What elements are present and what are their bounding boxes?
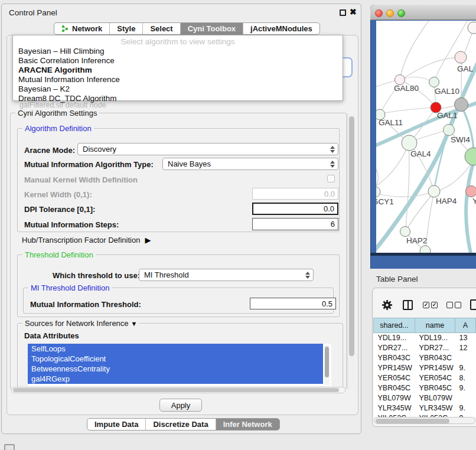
table-row[interactable]: YLR345WYLR345W9. (374, 403, 476, 413)
scrollbar-thumb[interactable] (349, 116, 354, 356)
close-icon[interactable]: ✖ (350, 7, 357, 17)
panel-horizontal-scrollbar[interactable] (11, 387, 345, 393)
mac-close-icon[interactable] (375, 9, 383, 17)
which-threshold-select[interactable]: MI Threshold (139, 269, 314, 281)
column-header[interactable]: shared... (374, 318, 415, 333)
data-attributes-label: Data Attributes (24, 331, 79, 340)
attribute-item[interactable]: BetweennessCentrality (28, 364, 323, 374)
attributes-vertical-scrollbar[interactable] (324, 345, 330, 385)
table-cell: YER054C (415, 373, 455, 383)
table-row[interactable]: YDL19...YDL19...13 (374, 333, 476, 343)
scrollbar-thumb[interactable] (325, 347, 329, 377)
split-columns-icon[interactable] (403, 300, 413, 310)
table-cell: YPR145W (374, 363, 415, 373)
table-cell: YBL079W (374, 393, 415, 403)
table-row[interactable]: YBL079WYBL079W (374, 393, 476, 403)
attribute-item[interactable]: gal4RGexp (28, 374, 323, 384)
node-label: GAL11 (379, 118, 403, 127)
table-horizontal-scrollbar[interactable] (374, 417, 475, 424)
tab-cyni-toolbox[interactable]: Cyni Toolbox (180, 23, 243, 34)
settings-vertical-scrollbar[interactable] (347, 114, 355, 389)
network-node-hap4[interactable] (428, 185, 440, 197)
network-canvas[interactable]: GALGAL80GAL10GAL1GAL11SWI4GAL4GCY1HAP4YH… (376, 21, 476, 253)
tab-infer-network[interactable]: Infer Network (216, 419, 279, 430)
network-node[interactable] (468, 22, 476, 34)
mi-type-select[interactable]: Naive Bayes (162, 158, 338, 170)
network-node[interactable] (465, 148, 476, 165)
node-label: GAL10 (435, 87, 459, 96)
attribute-item[interactable]: TopologicalCoefficient (28, 354, 323, 364)
table-cell: 9. (455, 383, 476, 393)
hub-definition-label: Hub/Transcription Factor Definition (22, 236, 140, 244)
network-canvas-shadow (370, 253, 476, 256)
manual-kernel-checkbox[interactable] (327, 175, 335, 182)
scrollbar-thumb[interactable] (376, 419, 449, 423)
network-node-swi4[interactable] (444, 125, 455, 136)
threshold-definition-title: Threshold Definition (22, 250, 96, 259)
hub-definition-section[interactable]: Hub/Transcription Factor Definition ▶ (22, 236, 151, 244)
apply-button[interactable]: Apply (159, 399, 202, 412)
network-node-gal80[interactable] (395, 75, 405, 85)
mi-steps-label: Mutual Information Steps: (24, 220, 119, 229)
algorithm-option[interactable]: Bayesian – Hill Climbing (13, 47, 343, 56)
network-node-gal4[interactable] (402, 135, 417, 151)
kernel-width-label: Kernel Width (0,1): (24, 190, 92, 199)
table-row[interactable]: YPR145WYPR145W9. (374, 363, 476, 373)
network-node-hap2[interactable] (400, 227, 410, 237)
mi-threshold-label: Mutual Information Threshold: (30, 300, 141, 309)
which-threshold-value: MI Threshold (144, 270, 189, 279)
algorithm-option[interactable]: ARACNE Algorithm (13, 66, 343, 75)
column-header[interactable]: A (455, 318, 476, 333)
table-header-row: shared...nameA (374, 318, 476, 333)
network-canvas-wrap: GALGAL80GAL10GAL1GAL11SWI4GAL4GCY1HAP4YH… (376, 21, 476, 253)
table-row[interactable]: YBR043CYBR043C (374, 353, 476, 363)
algorithm-options: Bayesian – Hill ClimbingBasic Correlatio… (13, 47, 343, 103)
network-node-y[interactable] (466, 186, 476, 197)
table-cell: YDR27... (374, 343, 415, 353)
document-icon[interactable] (470, 299, 476, 310)
attribute-item[interactable]: SelfLoops (28, 344, 323, 354)
dpi-tolerance-input[interactable]: 0.0 (252, 203, 338, 215)
tab-style[interactable]: Style (109, 23, 142, 34)
network-node-gcy1[interactable] (376, 187, 380, 197)
tab-jactivemnodules[interactable]: jActiveMNodules (243, 23, 319, 34)
mac-zoom-icon[interactable] (397, 9, 405, 17)
algorithm-option[interactable]: Dream8 DC_TDC Algorithm (13, 94, 343, 103)
algorithm-option[interactable]: Mutual Information Inference (13, 75, 343, 84)
data-attributes-list: SelfLoopsTopologicalCoefficientBetweenne… (28, 344, 331, 386)
collapse-arrow-icon[interactable]: ▼ (131, 320, 138, 327)
tab-select[interactable]: Select (142, 23, 180, 34)
node-label: GAL1 (437, 111, 458, 120)
network-window-titlebar[interactable] (370, 5, 476, 20)
table-row[interactable]: YER054CYER054C8. (374, 373, 476, 383)
table-cell: 13 (455, 333, 476, 343)
mi-steps-input[interactable]: 6 (252, 218, 338, 230)
algorithm-option[interactable]: Basic Correlation Inference (13, 56, 343, 66)
select-all-checkboxes-icon[interactable]: ✓✓ (423, 302, 439, 308)
tab-network[interactable]: Network (54, 23, 109, 34)
table-row[interactable]: YBR045CYBR045C9. (374, 383, 476, 393)
kernel-width-input[interactable]: 0.0 (252, 188, 338, 200)
tab-label: Infer Network (223, 420, 272, 429)
deselect-all-checkboxes-icon[interactable] (446, 302, 463, 308)
float-window-icon[interactable] (340, 9, 346, 16)
scrollbar-thumb[interactable] (13, 388, 339, 392)
column-header[interactable]: name (415, 318, 455, 333)
expand-arrow-icon[interactable]: ▶ (145, 236, 151, 244)
mac-minimize-icon[interactable] (386, 9, 394, 17)
aracne-mode-select[interactable]: Discovery (77, 143, 338, 155)
table-row[interactable]: YDR27...YDR27...12 (374, 343, 476, 353)
network-node[interactable] (455, 98, 468, 112)
node-label: GCY1 (376, 197, 394, 206)
tab-impute-data[interactable]: Impute Data (87, 419, 145, 430)
gear-icon[interactable] (382, 299, 393, 311)
algorithm-option[interactable]: Bayesian – K2 (13, 84, 343, 94)
network-node-gal[interactable] (455, 51, 467, 63)
table-body: YDL19...YDL19...13YDR27...YDR27...12YBR0… (374, 333, 476, 418)
node-table-wrap: shared...nameA YDL19...YDL19...13YDR27..… (373, 318, 476, 417)
mi-threshold-input[interactable]: 0.5 (250, 298, 336, 309)
network-node-gal10[interactable] (429, 77, 439, 87)
bottom-left-icon-fragment[interactable] (4, 444, 15, 450)
tab-label: Discretize Data (153, 420, 208, 429)
tab-discretize-data[interactable]: Discretize Data (145, 419, 215, 430)
